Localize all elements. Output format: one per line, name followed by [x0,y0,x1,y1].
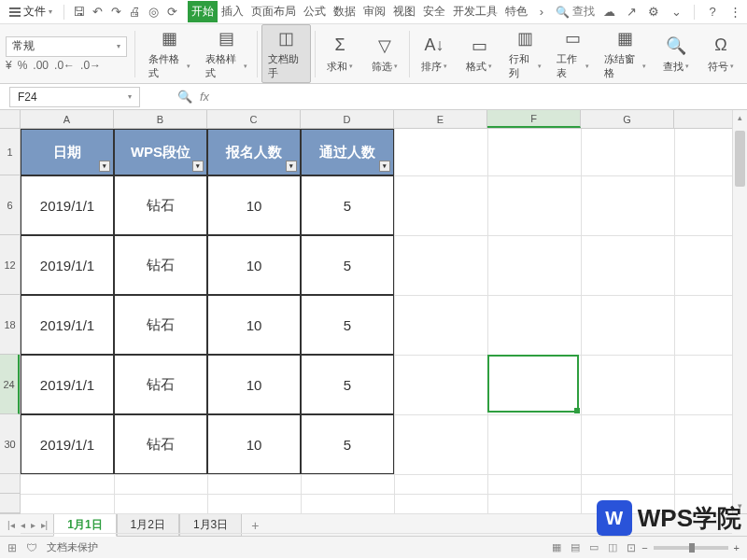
ribbon-tab-4[interactable]: 数据 [330,1,359,22]
col-header-D[interactable]: D [301,110,394,128]
num-btn-4[interactable]: .0→ [80,59,101,72]
col-header-E[interactable]: E [394,110,487,128]
filter-icon[interactable]: ▾ [379,161,390,172]
sheet-first-icon[interactable]: |◂ [6,520,17,530]
more-icon[interactable]: ⋮ [726,4,743,21]
cancel-icon[interactable]: 🔍 [177,90,192,104]
scroll-down-icon[interactable]: ▾ [733,498,747,513]
table-cell[interactable]: 10 [207,235,301,295]
ribbon-tab-0[interactable]: 开始 [188,1,218,22]
ribbon-btn-筛选[interactable]: ▽筛选▾ [364,33,405,76]
row-header-1[interactable]: 1 [0,129,20,175]
ribbon-tab-9[interactable]: 特色 [501,1,531,22]
ribbon-btn-查找[interactable]: 🔍查找▾ [655,33,697,76]
table-cell[interactable]: 2019/1/1 [21,175,114,235]
col-header-B[interactable]: B [114,110,207,128]
ribbon-btn-工作表[interactable]: ▭工作表▾ [551,25,595,82]
col-header-G[interactable]: G [581,110,674,128]
file-menu[interactable]: 文件 ▾ [4,2,58,21]
fx-icon[interactable]: fx [200,90,209,104]
zoom-slider[interactable] [654,546,728,550]
ribbon-tab-1[interactable]: 插入 [218,1,247,22]
table-cell[interactable]: 10 [207,175,301,235]
table-cell[interactable]: 2019/1/1 [21,355,114,414]
settings-icon[interactable]: ⚙ [645,4,662,21]
sheet-next-icon[interactable]: ▸ [29,520,37,530]
view-reading-icon[interactable]: ◫ [604,540,621,555]
input-mode-icon[interactable]: ⊞ [7,541,17,554]
row-header-24[interactable]: 24 [0,355,20,414]
formula-input[interactable] [209,87,747,107]
view-normal-icon[interactable]: ▦ [548,540,565,555]
zoom-in-button[interactable]: + [734,542,740,553]
ribbon-btn-符号[interactable]: Ω符号▾ [700,33,741,76]
ribbon-btn-格式[interactable]: ▭格式▾ [458,33,500,76]
ribbon-btn-排序[interactable]: A↓排序▾ [414,33,455,76]
table-cell[interactable]: 5 [301,355,394,414]
sheet-prev-icon[interactable]: ◂ [19,520,27,530]
view-break-icon[interactable]: ▭ [585,540,602,555]
col-header-A[interactable]: A [21,110,114,128]
num-btn-0[interactable]: ¥ [6,59,12,72]
number-format-select[interactable]: 常规 ▾ [6,36,127,57]
table-cell[interactable]: 2019/1/1 [21,235,114,295]
ribbon-btn-冻结窗格[interactable]: ▦冻结窗格▾ [599,25,652,82]
num-btn-1[interactable]: % [18,59,28,72]
table-cell[interactable]: 钻石 [114,295,207,355]
scroll-up-icon[interactable]: ▴ [733,110,747,125]
table-cell[interactable]: 钻石 [114,355,207,414]
col-header-C[interactable]: C [207,110,301,128]
ribbon-tab-8[interactable]: 开发工具 [449,1,501,22]
ribbon-btn-求和[interactable]: Σ求和▾ [319,33,360,76]
view-page-icon[interactable]: ▤ [567,540,584,555]
scrollbar-thumb[interactable] [735,131,745,187]
table-cell[interactable]: 10 [207,295,301,355]
row-header-6[interactable]: 6 [0,175,20,235]
table-cell[interactable]: 5 [301,175,394,235]
collapse-icon[interactable]: ⌄ [668,4,684,21]
select-all-corner[interactable] [0,110,21,129]
ribbon-tab-3[interactable]: 公式 [300,1,330,22]
save-icon[interactable]: 🖫 [70,4,87,21]
ribbon-tab-2[interactable]: 页面布局 [247,1,300,22]
table-cell[interactable]: 5 [301,414,394,474]
vertical-scrollbar[interactable]: ▴ ▾ [732,110,747,513]
filter-icon[interactable]: ▾ [286,161,297,172]
table-header-1[interactable]: WPS段位▾ [114,129,207,175]
ribbon-tab-7[interactable]: 安全 [419,1,449,22]
row-header-30[interactable]: 30 [0,414,20,474]
name-box[interactable]: F24 ▾ [9,87,140,107]
table-cell[interactable]: 2019/1/1 [21,295,114,355]
add-sheet-button[interactable]: + [246,516,264,535]
zoom-fit-icon[interactable]: ⊡ [627,541,636,554]
table-header-0[interactable]: 日期▾ [21,129,114,175]
table-cell[interactable]: 2019/1/1 [21,414,114,474]
print-icon[interactable]: 🖨 [126,4,143,21]
cloud-icon[interactable]: ☁ [600,4,617,21]
table-cell[interactable]: 5 [301,235,394,295]
table-cell[interactable]: 钻石 [114,414,207,474]
table-cell[interactable]: 钻石 [114,175,207,235]
col-header-F[interactable]: F [487,110,581,128]
row-header-12[interactable]: 12 [0,235,20,295]
row-header-empty[interactable] [0,494,20,513]
share-icon[interactable]: ↗ [623,4,640,21]
global-search[interactable]: 🔍 查找 [556,4,595,20]
ribbon-btn-行和列[interactable]: ▥行和列▾ [503,25,547,82]
help-icon[interactable]: ? [704,4,721,21]
undo-icon[interactable]: ↶ [89,4,106,21]
table-cell[interactable]: 10 [207,414,301,474]
redo-icon[interactable]: ↷ [107,4,124,21]
ribbon-btn-条件格式[interactable]: ▦条件格式▾ [143,25,196,82]
tab-scroll-icon[interactable]: › [533,4,550,21]
refresh-icon[interactable]: ⟳ [163,4,180,21]
ribbon-tab-6[interactable]: 视图 [389,1,419,22]
filter-icon[interactable]: ▾ [192,161,204,172]
ribbon-tab-5[interactable]: 审阅 [359,1,389,22]
table-header-2[interactable]: 报名人数▾ [207,129,301,175]
sheet-last-icon[interactable]: ▸| [39,520,50,530]
row-header-empty[interactable] [0,474,20,494]
preview-icon[interactable]: ◎ [145,4,162,21]
zoom-out-button[interactable]: − [641,542,647,553]
table-cell[interactable]: 5 [301,295,394,355]
